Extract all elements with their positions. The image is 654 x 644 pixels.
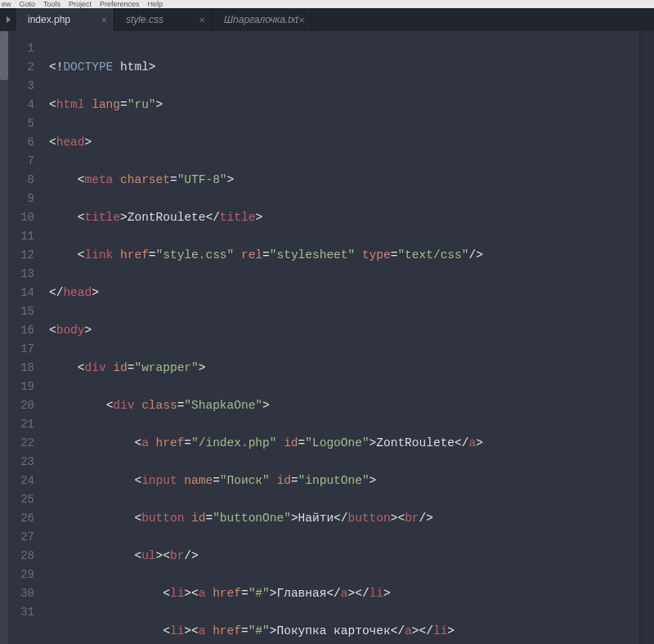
code-token: class: [134, 399, 177, 412]
code-token: >: [370, 474, 377, 487]
code-token: <: [49, 324, 56, 337]
line-number: 11: [8, 227, 34, 246]
code-token: a: [405, 624, 412, 637]
code-token: "UTF-8": [177, 173, 227, 186]
code-token: =: [298, 436, 306, 449]
scrollbar-thumb[interactable]: [0, 31, 8, 80]
code-token: <: [134, 512, 141, 525]
code-token: =: [149, 248, 156, 262]
menu-item[interactable]: ew: [2, 0, 11, 8]
code-token: title: [220, 211, 256, 224]
line-number: 7: [8, 152, 34, 171]
line-number: 10: [8, 208, 34, 227]
code-token: ZontRoulete: [376, 436, 455, 449]
code-token: >: [85, 136, 92, 149]
code-token: "text/css": [397, 248, 468, 262]
code-token: div: [113, 399, 134, 412]
tab-index-php[interactable]: index.php ×: [16, 8, 114, 31]
line-number: 21: [8, 415, 34, 434]
code-token: ><: [184, 587, 198, 600]
code-token: "LogoOne": [305, 436, 369, 449]
menu-item[interactable]: Project: [69, 0, 92, 8]
line-number: 18: [8, 359, 34, 378]
menu-item[interactable]: Tools: [43, 0, 60, 8]
line-number: 24: [8, 472, 34, 490]
close-icon[interactable]: ×: [101, 14, 107, 26]
code-token: href: [149, 436, 185, 449]
line-number: 15: [8, 302, 34, 321]
code-token: "style.css": [156, 248, 235, 262]
code-token: />: [468, 248, 482, 262]
code-token: html: [56, 98, 85, 111]
code-token: body: [56, 324, 85, 337]
code-token: id: [184, 512, 205, 525]
code-token: ><: [391, 512, 405, 525]
code-token: =: [205, 512, 213, 525]
code-token: href: [205, 624, 241, 637]
indent: [49, 211, 78, 224]
code-token: ></: [412, 624, 433, 637]
code-token: Найти: [298, 512, 334, 525]
code-token: Покупка карточек: [276, 624, 390, 637]
code-token: <: [134, 436, 141, 449]
code-token: id: [106, 361, 128, 374]
code-token: =: [291, 474, 298, 487]
tab-style-css[interactable]: style.css ×: [114, 8, 213, 31]
code-token: title: [85, 211, 121, 224]
code-token: head: [63, 286, 92, 299]
code-token: </: [391, 624, 405, 637]
indent: [49, 549, 134, 562]
code-token: <: [78, 173, 85, 186]
code-token: a: [341, 587, 348, 600]
code-token: </: [205, 211, 219, 224]
line-number: 29: [8, 566, 34, 584]
code-token: =: [213, 474, 220, 487]
line-number: 13: [8, 265, 34, 284]
code-token: li: [170, 624, 184, 637]
tab-shpargalochka[interactable]: Шпаргалочка.txt ×: [213, 8, 312, 31]
code-token: =: [241, 587, 249, 600]
code-token: br: [170, 549, 184, 562]
code-token: >: [92, 286, 99, 299]
code-token: >: [262, 399, 270, 412]
code-token: >: [476, 436, 483, 449]
code-token: "ShapkaOne": [184, 399, 262, 412]
code-token: br: [405, 512, 419, 525]
line-number: 9: [8, 190, 34, 208]
indent: [49, 474, 134, 487]
line-number: 28: [8, 547, 34, 566]
line-number: 25: [8, 490, 34, 509]
code-token: =: [120, 98, 128, 111]
code-token: input: [141, 474, 177, 487]
code-token: type: [355, 248, 391, 262]
menu-item[interactable]: Preferences: [100, 0, 140, 8]
line-number: 14: [8, 284, 34, 302]
close-icon[interactable]: ×: [298, 14, 305, 26]
code-token: >: [199, 361, 206, 374]
menu-item[interactable]: Goto: [20, 0, 36, 8]
code-token: a: [141, 436, 149, 449]
code-token: charset: [113, 173, 170, 186]
code-token: ><: [184, 624, 198, 637]
tab-label: style.css: [126, 14, 164, 25]
indent: [49, 436, 134, 449]
indent: [49, 248, 78, 262]
close-icon[interactable]: ×: [199, 14, 205, 26]
code-token: <: [163, 624, 170, 637]
code-area[interactable]: <!DOCTYPE html> <html lang="ru"> <head> …: [43, 31, 639, 644]
code-token: DOCTYPE: [63, 60, 113, 74]
code-token: button: [141, 512, 184, 525]
code-token: "#": [249, 624, 270, 637]
code-token: a: [468, 436, 476, 449]
menu-item[interactable]: Help: [148, 0, 164, 8]
minimap[interactable]: [639, 31, 654, 644]
code-token: id: [276, 436, 298, 449]
scrollbar-vertical[interactable]: [0, 31, 8, 644]
code-token: "stylesheet": [270, 248, 355, 262]
code-token: >: [447, 624, 455, 637]
code-token: >: [291, 512, 298, 525]
sidebar-toggle[interactable]: [0, 8, 16, 31]
code-token: <: [163, 587, 170, 600]
code-token: =: [184, 436, 191, 449]
line-number: 5: [8, 114, 34, 133]
